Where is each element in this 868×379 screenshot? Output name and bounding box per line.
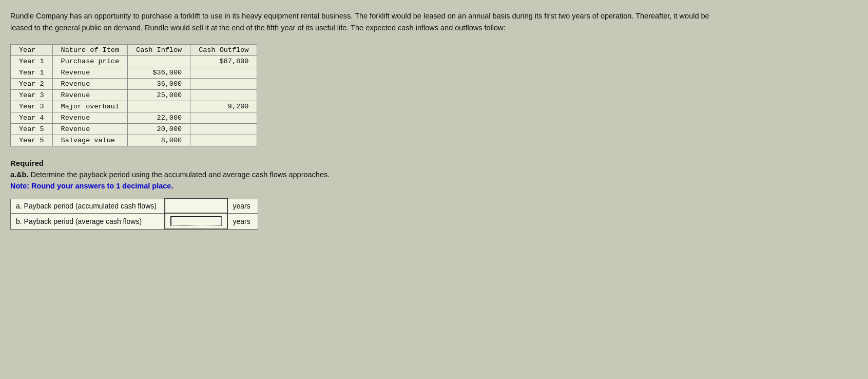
answer-a-input-cell[interactable]	[165, 199, 227, 213]
table-cell-cash-outflow	[190, 112, 257, 124]
table-cell-nature: Revenue	[52, 124, 127, 135]
table-row: Year 1Revenue$36,000	[11, 67, 257, 79]
table-cell-year: Year 3	[11, 101, 53, 112]
table-cell-cash-inflow: 20,000	[128, 124, 190, 135]
answer-row-b: b. Payback period (average cash flows) y…	[11, 213, 258, 229]
answer-a-input[interactable]	[170, 202, 222, 210]
col-header-cash-inflow: Cash Inflow	[128, 45, 190, 56]
table-row: Year 2Revenue36,000	[11, 79, 257, 90]
table-cell-cash-inflow	[128, 56, 190, 67]
answer-b-input-cell[interactable]	[165, 213, 227, 229]
table-cell-cash-outflow: $87,800	[190, 56, 257, 67]
table-cell-cash-outflow	[190, 135, 257, 146]
answer-row-a: a. Payback period (accumulated cash flow…	[11, 199, 258, 213]
table-cell-nature: Salvage value	[52, 135, 127, 146]
table-cell-year: Year 5	[11, 124, 53, 135]
answer-b-label: b. Payback period (average cash flows)	[11, 213, 165, 229]
answer-a-unit: years	[227, 199, 258, 213]
table-row: Year 1Purchase price$87,800	[11, 56, 257, 67]
table-cell-year: Year 3	[11, 90, 53, 101]
table-cell-cash-outflow	[190, 90, 257, 101]
intro-text: Rundle Company has an opportunity to pur…	[10, 10, 729, 34]
col-header-nature: Nature of Item	[52, 45, 127, 56]
table-cell-nature: Revenue	[52, 79, 127, 90]
col-header-cash-outflow: Cash Outflow	[190, 45, 257, 56]
col-header-year: Year	[11, 45, 53, 56]
table-cell-nature: Revenue	[52, 67, 127, 79]
answer-b-input[interactable]	[170, 216, 222, 226]
table-cell-nature: Revenue	[52, 112, 127, 124]
answer-b-unit: years	[227, 213, 258, 229]
table-cell-cash-outflow	[190, 124, 257, 135]
answer-table: a. Payback period (accumulated cash flow…	[10, 198, 258, 230]
table-row: Year 3Revenue25,000	[11, 90, 257, 101]
required-body: a.&b. Determine the payback period using…	[10, 170, 858, 179]
table-cell-cash-outflow	[190, 79, 257, 90]
table-cell-cash-inflow: 22,000	[128, 112, 190, 124]
required-note: Note: Round your answers to 1 decimal pl…	[10, 182, 858, 190]
table-cell-year: Year 5	[11, 135, 53, 146]
table-cell-cash-inflow	[128, 101, 190, 112]
table-cell-nature: Revenue	[52, 90, 127, 101]
table-row: Year 3Major overhaul9,200	[11, 101, 257, 112]
required-section: Required a.&b. Determine the payback per…	[10, 159, 858, 190]
table-cell-cash-outflow: 9,200	[190, 101, 257, 112]
answer-a-label: a. Payback period (accumulated cash flow…	[11, 199, 165, 213]
table-cell-cash-outflow	[190, 67, 257, 79]
required-title: Required	[10, 159, 858, 167]
table-cell-year: Year 1	[11, 56, 53, 67]
table-cell-nature: Major overhaul	[52, 101, 127, 112]
table-cell-year: Year 2	[11, 79, 53, 90]
table-cell-cash-inflow: $36,000	[128, 67, 190, 79]
table-cell-cash-inflow: 25,000	[128, 90, 190, 101]
table-row: Year 5Revenue20,000	[11, 124, 257, 135]
table-cell-cash-inflow: 8,000	[128, 135, 190, 146]
table-row: Year 5Salvage value8,000	[11, 135, 257, 146]
cash-flow-table: Year Nature of Item Cash Inflow Cash Out…	[10, 44, 257, 146]
table-cell-cash-inflow: 36,000	[128, 79, 190, 90]
table-cell-year: Year 4	[11, 112, 53, 124]
table-row: Year 4Revenue22,000	[11, 112, 257, 124]
table-cell-year: Year 1	[11, 67, 53, 79]
table-cell-nature: Purchase price	[52, 56, 127, 67]
